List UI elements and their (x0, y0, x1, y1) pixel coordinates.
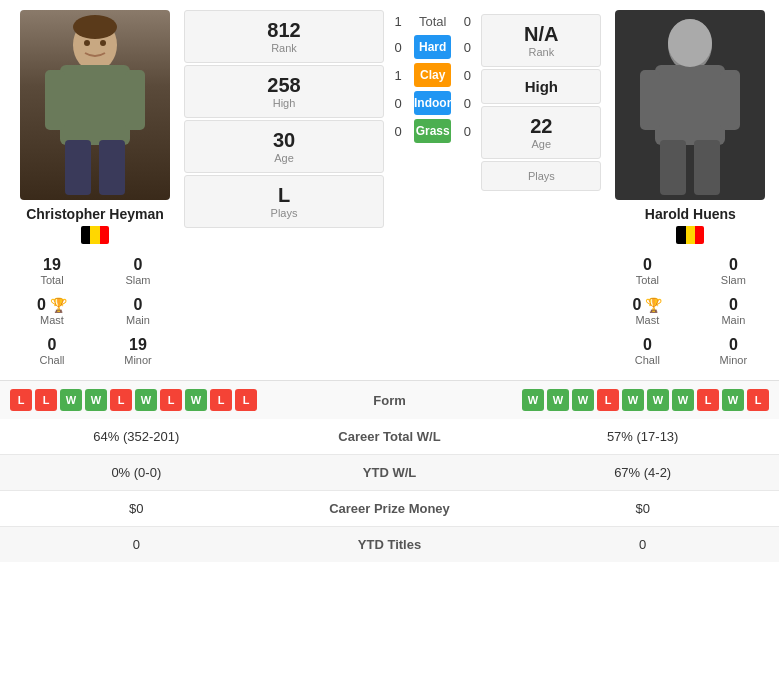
svg-rect-14 (694, 140, 720, 195)
rank-value: 812 (189, 19, 379, 42)
left-mast-box: 0 🏆 Mast (10, 292, 94, 330)
right-player-card: Harold Huens 0 Total 0 Slam 0 (605, 10, 775, 370)
right-player-photo (615, 10, 765, 200)
left-mast-label: Mast (12, 314, 92, 326)
high-label: High (189, 97, 379, 109)
right-mast-value: 0 🏆 (607, 296, 687, 314)
svg-point-15 (668, 19, 712, 67)
plays-label: Plays (189, 207, 379, 219)
plays-box: L Plays (184, 175, 384, 228)
svg-point-7 (84, 40, 90, 46)
hard-badge: Hard (414, 35, 451, 59)
titles-label: YTD Titles (273, 527, 507, 563)
svg-rect-3 (125, 70, 145, 130)
right-total-value: 0 (607, 256, 687, 274)
right-ytd-wl: 67% (4-2) (506, 455, 779, 491)
right-minor-value: 0 (693, 336, 773, 354)
age-label: Age (189, 152, 379, 164)
svg-rect-10 (655, 65, 725, 145)
left-mast-value: 0 🏆 (12, 296, 92, 314)
left-form-1: L (10, 389, 32, 411)
right-center-panel: N/A Rank High 22 Age Plays (481, 10, 601, 370)
left-slam-label: Slam (98, 274, 178, 286)
hard-right-score: 0 (457, 40, 477, 55)
left-flag-container (81, 226, 109, 244)
svg-point-8 (100, 40, 106, 46)
prize-label: Career Prize Money (273, 491, 507, 527)
right-titles: 0 (506, 527, 779, 563)
ytd-wl-label: YTD W/L (273, 455, 507, 491)
hard-row: 0 Hard 0 (388, 35, 477, 59)
clay-row: 1 Clay 0 (388, 63, 477, 87)
right-form-3: W (572, 389, 594, 411)
right-age-label: Age (486, 138, 596, 150)
left-form-9: L (210, 389, 232, 411)
right-form-8: L (697, 389, 719, 411)
clay-right-score: 0 (457, 68, 477, 83)
left-trophy-icon: 🏆 (50, 297, 67, 313)
right-flag (676, 226, 704, 244)
right-slam-value: 0 (693, 256, 773, 274)
right-main-label: Main (693, 314, 773, 326)
right-total-label: Total (607, 274, 687, 286)
right-mast-box: 0 🏆 Mast (605, 292, 689, 330)
indoor-badge: Indoor (414, 91, 451, 115)
total-right-score: 0 (457, 14, 477, 29)
center-stats-panel: 812 Rank 258 High 30 Age L Plays (184, 10, 384, 370)
titles-row: 0 YTD Titles 0 (0, 527, 779, 563)
indoor-row: 0 Indoor 0 (388, 91, 477, 115)
right-form-9: W (722, 389, 744, 411)
total-label: Total (414, 14, 451, 29)
ytd-wl-row: 0% (0-0) YTD W/L 67% (4-2) (0, 455, 779, 491)
left-form-10: L (235, 389, 257, 411)
players-section: Christopher Heyman 19 Total 0 Slam 0 (0, 0, 779, 380)
main-container: Christopher Heyman 19 Total 0 Slam 0 (0, 0, 779, 562)
right-stats-grid: 0 Total 0 Slam 0 🏆 Mast 0 Main (605, 252, 775, 370)
plays-value: L (189, 184, 379, 207)
svg-rect-13 (660, 140, 686, 195)
right-main-value: 0 (693, 296, 773, 314)
high-box: 258 High (184, 65, 384, 118)
form-section: L L W W L W L W L L Form W W W L W W W L… (0, 380, 779, 419)
svg-rect-4 (65, 140, 91, 195)
svg-rect-2 (45, 70, 65, 130)
left-stats-grid: 19 Total 0 Slam 0 🏆 Mast 0 Main (10, 252, 180, 370)
left-total-box: 19 Total (10, 252, 94, 290)
right-form-4: L (597, 389, 619, 411)
right-form-6: W (647, 389, 669, 411)
left-chall-value: 0 (12, 336, 92, 354)
svg-point-6 (73, 15, 117, 39)
right-mast-label: Mast (607, 314, 687, 326)
svg-rect-11 (640, 70, 660, 130)
right-rank-label: Rank (486, 46, 596, 58)
stats-table: 64% (352-201) Career Total W/L 57% (17-1… (0, 419, 779, 562)
left-prize: $0 (0, 491, 273, 527)
age-box: 30 Age (184, 120, 384, 173)
age-value: 30 (189, 129, 379, 152)
right-chall-box: 0 Chall (605, 332, 689, 370)
right-form-7: W (672, 389, 694, 411)
right-main-box: 0 Main (691, 292, 775, 330)
right-form-10: L (747, 389, 769, 411)
grass-badge: Grass (414, 119, 451, 143)
left-career-wl: 64% (352-201) (0, 419, 273, 455)
grass-row: 0 Grass 0 (388, 119, 477, 143)
left-chall-box: 0 Chall (10, 332, 94, 370)
right-age-box: 22 Age (481, 106, 601, 159)
rank-label: Rank (189, 42, 379, 54)
right-prize: $0 (506, 491, 779, 527)
left-slam-value: 0 (98, 256, 178, 274)
right-trophy-icon: 🏆 (645, 297, 662, 313)
left-main-label: Main (98, 314, 178, 326)
left-minor-value: 19 (98, 336, 178, 354)
right-minor-label: Minor (693, 354, 773, 366)
left-flag (81, 226, 109, 244)
left-player-photo (20, 10, 170, 200)
left-form-5: L (110, 389, 132, 411)
left-form-3: W (60, 389, 82, 411)
left-form-7: L (160, 389, 182, 411)
total-row: 1 Total 0 (388, 14, 477, 29)
high-value: 258 (189, 74, 379, 97)
left-slam-box: 0 Slam (96, 252, 180, 290)
left-chall-label: Chall (12, 354, 92, 366)
